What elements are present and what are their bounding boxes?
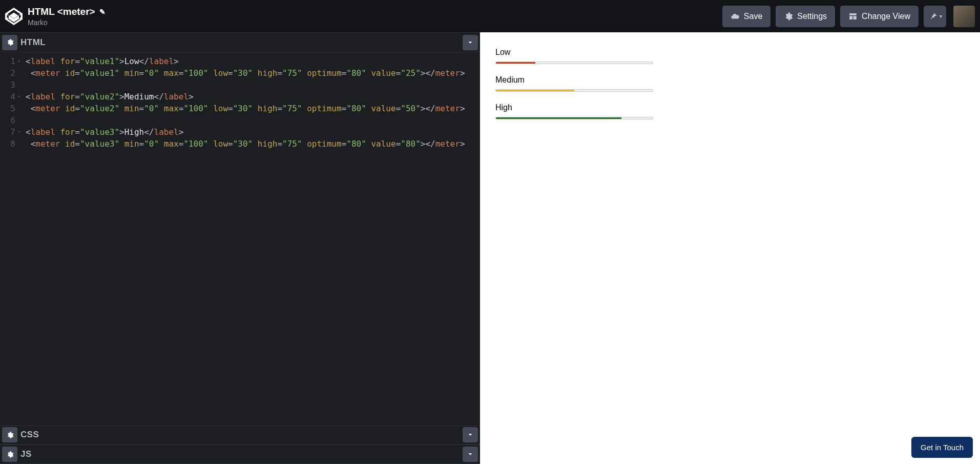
gear-icon [6, 431, 14, 439]
code-line[interactable]: <label for="value3">High</label> [26, 126, 465, 138]
code-line[interactable] [26, 114, 465, 126]
line-number: 5 [0, 103, 15, 114]
html-panel-header: HTML [0, 33, 480, 52]
html-panel-settings-button[interactable] [2, 35, 17, 50]
pin-icon [928, 12, 937, 21]
js-panel-title: JS [20, 449, 32, 459]
css-panel-header: CSS [0, 425, 480, 445]
app-header: HTML <meter> ✎ Marko Save Settings Chang… [0, 0, 980, 32]
pen-author[interactable]: Marko [28, 18, 106, 27]
code-line[interactable]: <meter id="value3" min="0" max="100" low… [26, 138, 465, 150]
meter-value2 [495, 88, 653, 93]
line-number: 6 [0, 114, 15, 126]
cloud-icon [731, 12, 740, 21]
js-panel-menu-button[interactable] [463, 447, 478, 462]
chevron-down-icon [467, 451, 474, 458]
pen-title-text: HTML <meter> [28, 6, 95, 17]
meter-value3 [495, 115, 653, 120]
meter-label: High [495, 103, 965, 112]
html-panel-menu-button[interactable] [463, 35, 478, 50]
code-line[interactable]: <label for="value2">Medium</label> [26, 91, 465, 103]
css-panel-title: CSS [20, 430, 39, 440]
js-panel-header: JS [0, 445, 480, 464]
settings-button-label: Settings [797, 12, 827, 21]
chevron-down-icon [467, 431, 474, 438]
line-number: 1 [0, 55, 15, 67]
meter-value1 [495, 60, 653, 65]
code-line[interactable]: <meter id="value1" min="0" max="100" low… [26, 67, 465, 79]
html-panel-title: HTML [20, 37, 46, 48]
pen-title[interactable]: HTML <meter> ✎ [28, 6, 106, 17]
preview-pane: LowMediumHigh Get in Touch [480, 32, 980, 464]
change-view-button[interactable]: Change View [840, 6, 919, 27]
line-number: 8 [0, 138, 15, 150]
code-line[interactable] [26, 79, 465, 91]
editors-column: HTML 12345678 <label for="value1">Low</l… [0, 32, 480, 464]
pin-button[interactable]: ▾ [924, 6, 946, 27]
gear-icon [6, 38, 14, 46]
main-split: HTML 12345678 <label for="value1">Low</l… [0, 32, 980, 464]
gear-icon [784, 12, 793, 21]
meter-label: Low [495, 48, 965, 57]
line-number: 2 [0, 67, 15, 79]
code-line[interactable]: <meter id="value2" min="0" max="100" low… [26, 103, 465, 114]
save-button-label: Save [744, 12, 762, 21]
line-number: 3 [0, 79, 15, 91]
line-number: 4 [0, 91, 15, 103]
layout-icon [848, 12, 858, 21]
line-number: 7 [0, 126, 15, 138]
get-in-touch-button[interactable]: Get in Touch [911, 437, 973, 458]
meter-group: High [495, 103, 965, 120]
chevron-down-icon: ▾ [940, 13, 942, 19]
code-line[interactable]: <label for="value1">Low</label> [26, 55, 465, 67]
pencil-icon[interactable]: ✎ [99, 8, 106, 16]
avatar[interactable] [953, 6, 975, 27]
save-button[interactable]: Save [722, 6, 770, 27]
codepen-logo-icon[interactable] [5, 8, 23, 25]
meter-group: Low [495, 48, 965, 65]
js-panel-settings-button[interactable] [2, 447, 17, 462]
preview-body: LowMediumHigh [480, 32, 980, 146]
meter-label: Medium [495, 75, 965, 85]
html-editor[interactable]: 12345678 <label for="value1">Low</label>… [0, 52, 480, 425]
gear-icon [6, 451, 14, 458]
css-panel-settings-button[interactable] [2, 427, 17, 442]
settings-button[interactable]: Settings [776, 6, 835, 27]
change-view-button-label: Change View [862, 12, 910, 21]
chevron-down-icon [467, 39, 474, 46]
css-panel-menu-button[interactable] [463, 427, 478, 442]
meter-group: Medium [495, 75, 965, 93]
